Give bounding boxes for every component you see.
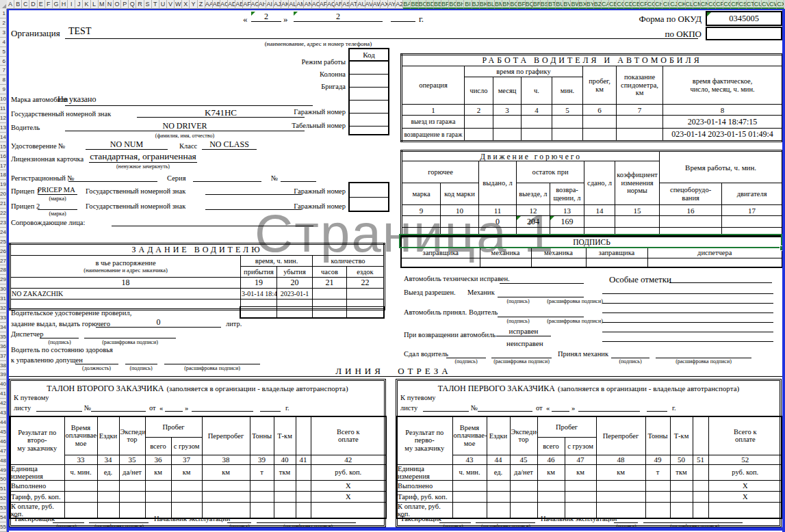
table-cell[interactable] — [493, 116, 522, 129]
row-header-26[interactable]: 26 — [0, 247, 7, 256]
column-header-AD[interactable]: AD — [228, 0, 235, 9]
table-cell[interactable] — [493, 129, 522, 142]
column-header-AT[interactable]: AT — [350, 0, 357, 9]
column-header-CM[interactable]: CM — [693, 0, 701, 9]
talon2-chief-decode-line[interactable] — [257, 513, 356, 523]
column-header-CN[interactable]: CN — [701, 0, 708, 9]
column-header-CQ[interactable]: CQ — [723, 0, 731, 9]
column-header-BF[interactable]: BF — [441, 0, 449, 9]
column-header-BI[interactable]: BI — [464, 0, 472, 9]
table-cell[interactable] — [660, 216, 722, 228]
row-header-40[interactable]: 40 — [0, 380, 7, 389]
notes-line-5[interactable] — [602, 332, 773, 332]
talon2-month-value[interactable] — [192, 401, 253, 412]
column-header-AO[interactable]: AO — [312, 0, 320, 9]
column-header-AK[interactable]: AK — [281, 0, 289, 9]
handed-decode-line[interactable] — [491, 348, 552, 358]
column-header-BG[interactable]: BG — [449, 0, 456, 9]
table-cell[interactable] — [480, 258, 531, 267]
column-header-AC[interactable]: AC — [220, 0, 228, 9]
row-header-37[interactable]: 37 — [0, 351, 7, 361]
table-cell[interactable] — [441, 216, 479, 228]
talon1-chief-sign-line[interactable] — [614, 513, 638, 523]
table-cell[interactable] — [202, 480, 250, 491]
row-header-25[interactable]: 25 — [0, 237, 7, 247]
work-return-fact-value[interactable]: 023-01-14 2023-01-15 01:49:4 — [663, 129, 783, 142]
row-header-22[interactable]: 22 — [0, 209, 7, 218]
health-sign-line[interactable] — [125, 354, 157, 364]
table-cell[interactable] — [296, 491, 311, 502]
table-cell[interactable] — [670, 491, 693, 502]
column-header-CP[interactable]: CP — [716, 0, 723, 9]
column-header-CW[interactable]: CW — [769, 0, 777, 9]
column-header-Y[interactable]: Y — [190, 0, 197, 9]
notes-line-6[interactable] — [602, 341, 773, 342]
table-cell[interactable] — [552, 129, 583, 142]
table-cell[interactable] — [64, 491, 97, 502]
row-header-10[interactable]: 10 — [0, 94, 7, 104]
table-cell[interactable] — [531, 258, 586, 267]
row-header-50[interactable]: 50 — [0, 475, 7, 484]
talon2-year-value[interactable] — [260, 401, 281, 412]
column-header-AY[interactable]: AY — [388, 0, 396, 9]
row-header-51[interactable]: 51 — [0, 484, 7, 494]
column-header-CR[interactable]: CR — [731, 0, 738, 9]
column-header-CC[interactable]: CC — [617, 0, 624, 9]
table-cell[interactable] — [401, 258, 480, 267]
trailer2-brand-value[interactable] — [38, 200, 77, 210]
driver-value[interactable]: NO DRIVER — [65, 121, 305, 131]
row-header-38[interactable]: 38 — [0, 361, 7, 371]
column-header-Q[interactable]: Q — [129, 0, 136, 9]
class-value[interactable]: NO CLASS — [202, 139, 257, 150]
row-header-11[interactable]: 11 — [0, 104, 7, 114]
column-header-BJ[interactable]: BJ — [472, 0, 480, 9]
column-header-O[interactable]: O — [114, 0, 121, 9]
talon2-chief-sign-line[interactable] — [227, 513, 251, 523]
column-header-AL[interactable]: AL — [289, 0, 296, 9]
column-header-AU[interactable]: AU — [357, 0, 365, 9]
column-header-BR[interactable]: BR — [533, 0, 541, 9]
column-header-CX[interactable]: CX — [777, 0, 784, 9]
table-cell[interactable] — [347, 289, 385, 300]
column-header-CD[interactable]: CD — [624, 0, 632, 9]
row-header-9[interactable]: 9 — [0, 85, 7, 94]
column-header-CJ[interactable]: CJ — [670, 0, 678, 9]
row-header-41[interactable]: 41 — [0, 389, 7, 399]
row-header-14[interactable]: 14 — [0, 133, 7, 142]
row-header-54[interactable]: 54 — [0, 513, 7, 522]
table-cell[interactable] — [312, 307, 346, 318]
dispatcher-decode-line[interactable] — [84, 328, 176, 338]
table-cell[interactable] — [240, 307, 276, 318]
table-cell[interactable] — [452, 491, 487, 502]
column-header-Z[interactable]: Z — [198, 0, 205, 9]
column-header-F[interactable]: F — [45, 0, 53, 9]
column-header-BM[interactable]: BM — [495, 0, 502, 9]
column-header-AP[interactable]: AP — [320, 0, 327, 9]
column-header-AR[interactable]: AR — [335, 0, 342, 9]
date-month-cell[interactable]: 2 — [294, 12, 383, 22]
table-cell[interactable] — [276, 307, 312, 318]
row-header-13[interactable]: 13 — [0, 123, 7, 133]
column-header-BZ[interactable]: BZ — [594, 0, 602, 9]
column-header-AH[interactable]: AH — [259, 0, 266, 9]
row-header-5[interactable]: 5 — [0, 47, 7, 57]
row-header-19[interactable]: 19 — [0, 180, 7, 189]
code-cell-mode[interactable] — [350, 62, 388, 74]
table-cell[interactable] — [119, 491, 145, 502]
table-cell[interactable] — [171, 480, 202, 491]
column-header-BQ[interactable]: BQ — [526, 0, 533, 9]
table-cell[interactable] — [346, 307, 384, 318]
okpo-value-cell[interactable] — [706, 27, 782, 40]
column-header-K[interactable]: K — [83, 0, 90, 9]
tech-good-value[interactable]: исправен — [496, 326, 551, 336]
column-header-AN[interactable]: AN — [304, 0, 311, 9]
row-header-53[interactable]: 53 — [0, 503, 7, 513]
notes-line-0[interactable] — [669, 273, 772, 283]
column-header-CU[interactable]: CU — [754, 0, 762, 9]
row-header-49[interactable]: 49 — [0, 466, 7, 475]
table-cell[interactable] — [693, 480, 708, 491]
row-header-20[interactable]: 20 — [0, 189, 7, 199]
table-cell[interactable] — [647, 258, 782, 267]
talon2-no-value[interactable] — [91, 401, 146, 412]
column-header-BO[interactable]: BO — [510, 0, 517, 9]
